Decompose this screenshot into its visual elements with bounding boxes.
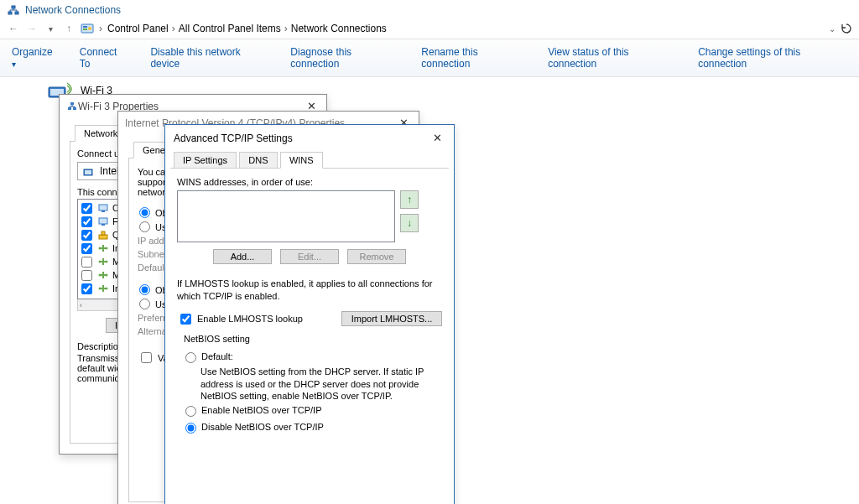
address-dropdown-button[interactable]: ⌄: [829, 24, 836, 34]
chevron-right-icon: ›: [172, 23, 175, 34]
rename-button[interactable]: Rename this connection: [421, 46, 526, 70]
add-button[interactable]: Add...: [213, 249, 272, 264]
network-icon: [7, 3, 20, 17]
breadcrumb-root[interactable]: Control Panel: [107, 23, 169, 34]
recent-locations-button[interactable]: ▾: [44, 22, 57, 35]
tab-ip-settings[interactable]: IP Settings: [174, 152, 237, 168]
advanced-tcpip-dialog: Advanced TCP/IP Settings ✕ IP Settings D…: [164, 124, 455, 504]
svg-rect-5: [83, 29, 87, 30]
netbios-disable-radio[interactable]: Disable NetBIOS over TCP/IP: [184, 419, 435, 436]
netbios-legend: NetBIOS setting: [180, 334, 253, 344]
svg-rect-9: [68, 107, 71, 110]
svg-point-25: [106, 274, 108, 277]
svg-point-6: [88, 27, 91, 30]
svg-rect-16: [99, 218, 107, 224]
disable-device-button[interactable]: Disable this network device: [150, 46, 268, 70]
svg-rect-10: [73, 107, 76, 110]
protocol-icon: [97, 242, 109, 254]
svg-point-26: [99, 288, 102, 290]
svg-rect-11: [70, 102, 74, 105]
arrow-down-icon: ↓: [407, 217, 412, 229]
netbios-group: NetBIOS setting Default: Use NetBIOS set…: [177, 340, 442, 444]
adapter-icon: [83, 165, 95, 177]
svg-point-27: [106, 288, 108, 290]
scroll-left-icon[interactable]: ‹: [80, 301, 82, 309]
enable-lmhosts-checkbox[interactable]: Enable LMHOSTS lookup: [177, 309, 303, 329]
diagnose-button[interactable]: Diagnose this connection: [290, 46, 399, 70]
svg-rect-4: [83, 26, 87, 28]
close-button[interactable]: ✕: [430, 132, 445, 144]
titlebar: Network Connections: [0, 0, 859, 20]
control-panel-icon: [81, 22, 94, 35]
wins-addresses-label: WINS addresses, in order of use:: [177, 177, 442, 187]
remove-button[interactable]: Remove: [347, 249, 406, 264]
wins-address-list[interactable]: [177, 190, 395, 242]
breadcrumb: Control Panel › All Control Panel Items …: [107, 23, 387, 34]
command-bar: Organize Connect To Disable this network…: [0, 39, 859, 77]
back-button[interactable]: ←: [7, 22, 20, 35]
move-down-button[interactable]: ↓: [400, 214, 419, 232]
move-up-button[interactable]: ↑: [400, 190, 419, 209]
breadcrumb-mid[interactable]: All Control Panel Items: [179, 23, 281, 34]
service-icon: [97, 229, 109, 241]
svg-rect-18: [99, 235, 107, 239]
breadcrumb-leaf[interactable]: Network Connections: [291, 23, 387, 34]
svg-point-23: [106, 261, 108, 263]
chevron-right-icon[interactable]: ›: [99, 23, 102, 34]
change-settings-button[interactable]: Change settings of this connection: [698, 46, 847, 70]
address-bar: ← → ▾ ↑ › Control Panel › All Control Pa…: [0, 20, 859, 39]
svg-rect-2: [12, 6, 15, 8]
svg-rect-17: [102, 224, 105, 226]
svg-rect-19: [102, 231, 105, 235]
up-button[interactable]: ↑: [62, 22, 75, 35]
edit-button[interactable]: Edit...: [280, 249, 339, 264]
client-icon: [97, 202, 109, 214]
dialog-title: Advanced TCP/IP Settings: [174, 132, 430, 144]
forward-button[interactable]: →: [25, 22, 39, 35]
network-icon: [66, 101, 78, 112]
refresh-button[interactable]: [841, 23, 852, 34]
svg-point-20: [99, 247, 102, 250]
organize-menu[interactable]: Organize: [12, 46, 58, 70]
lmhosts-info: If LMHOSTS lookup is enabled, it applies…: [177, 278, 442, 303]
tab-wins[interactable]: WINS: [280, 152, 323, 169]
protocol-icon: [97, 283, 109, 294]
svg-point-21: [106, 247, 108, 250]
netbios-default-desc: Use NetBIOS setting from the DHCP server…: [200, 366, 435, 403]
view-status-button[interactable]: View status of this connection: [548, 46, 676, 70]
chevron-right-icon: ›: [284, 23, 288, 34]
svg-point-24: [99, 274, 102, 277]
svg-rect-14: [99, 205, 107, 210]
window-title: Network Connections: [25, 4, 121, 16]
protocol-icon: [97, 256, 109, 268]
svg-rect-13: [85, 170, 91, 174]
client-icon: [97, 216, 109, 227]
tab-dns[interactable]: DNS: [239, 152, 277, 168]
protocol-icon: [97, 269, 109, 281]
netbios-enable-radio[interactable]: Enable NetBIOS over TCP/IP: [184, 403, 435, 419]
connect-to-button[interactable]: Connect To: [80, 46, 129, 70]
svg-rect-15: [102, 210, 105, 212]
svg-rect-0: [8, 12, 12, 14]
svg-point-22: [99, 261, 102, 263]
netbios-default-radio[interactable]: Default:: [184, 349, 435, 366]
arrow-up-icon: ↑: [407, 194, 412, 205]
svg-rect-1: [15, 12, 18, 14]
import-lmhosts-button[interactable]: Import LMHOSTS...: [341, 311, 442, 326]
